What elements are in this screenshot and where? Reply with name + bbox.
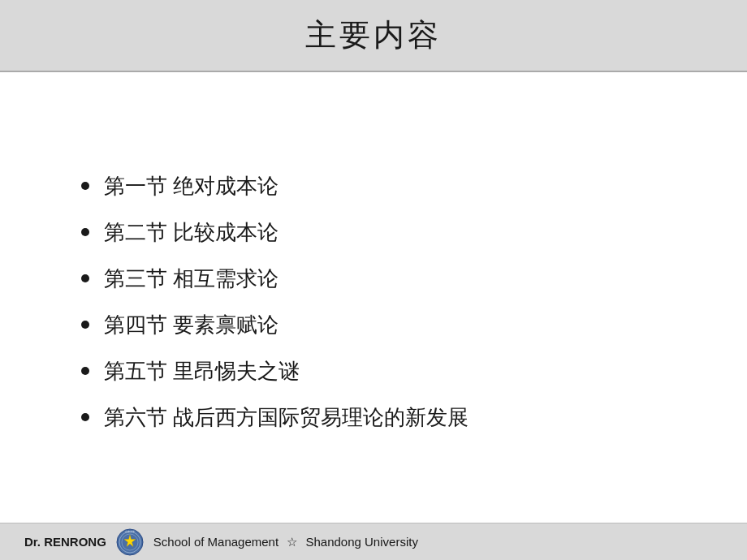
slide-container: 主要内容 第一节 绝对成本论第二节 比较成本论第三节 相互需求论第四节 要素禀赋… — [0, 0, 747, 560]
footer-separator: ☆ — [287, 535, 297, 549]
bullet-dot-icon — [81, 228, 89, 236]
bullet-item-1: 第一节 绝对成本论 — [81, 172, 682, 200]
bullet-item-5: 第五节 里昂惕夫之谜 — [81, 357, 682, 386]
slide-footer: Dr. RENRONG 山东大学 School of Management ☆ … — [0, 523, 747, 560]
bullet-text: 第六节 战后西方国际贸易理论的新发展 — [104, 403, 468, 432]
university-seal-icon: 山东大学 — [116, 528, 144, 556]
bullet-text: 第三节 相互需求论 — [104, 265, 279, 293]
bullet-item-4: 第四节 要素禀赋论 — [81, 311, 682, 339]
bullet-dot-icon — [81, 367, 89, 375]
bullet-text: 第五节 里昂惕夫之谜 — [104, 357, 300, 386]
slide-content: 第一节 绝对成本论第二节 比较成本论第三节 相互需求论第四节 要素禀赋论第五节 … — [0, 72, 747, 523]
footer-author: Dr. RENRONG — [24, 535, 106, 549]
footer-university: Shandong University — [305, 535, 417, 549]
bullet-text: 第二节 比较成本论 — [104, 218, 279, 247]
footer-school: School of Management — [153, 535, 279, 549]
svg-text:山东大学: 山东大学 — [125, 530, 135, 533]
bullet-dot-icon — [81, 321, 89, 329]
bullet-item-2: 第二节 比较成本论 — [81, 218, 682, 247]
bullet-dot-icon — [81, 413, 89, 421]
bullet-text: 第四节 要素禀赋论 — [104, 311, 279, 339]
slide-header: 主要内容 — [0, 0, 747, 72]
slide-title: 主要内容 — [16, 15, 731, 56]
bullet-dot-icon — [81, 182, 89, 190]
bullet-list: 第一节 绝对成本论第二节 比较成本论第三节 相互需求论第四节 要素禀赋论第五节 … — [81, 172, 682, 432]
bullet-text: 第一节 绝对成本论 — [104, 172, 279, 200]
bullet-item-3: 第三节 相互需求论 — [81, 265, 682, 293]
bullet-item-6: 第六节 战后西方国际贸易理论的新发展 — [81, 403, 682, 432]
footer-school-info: School of Management ☆ Shandong Universi… — [153, 535, 418, 549]
bullet-dot-icon — [81, 274, 89, 282]
